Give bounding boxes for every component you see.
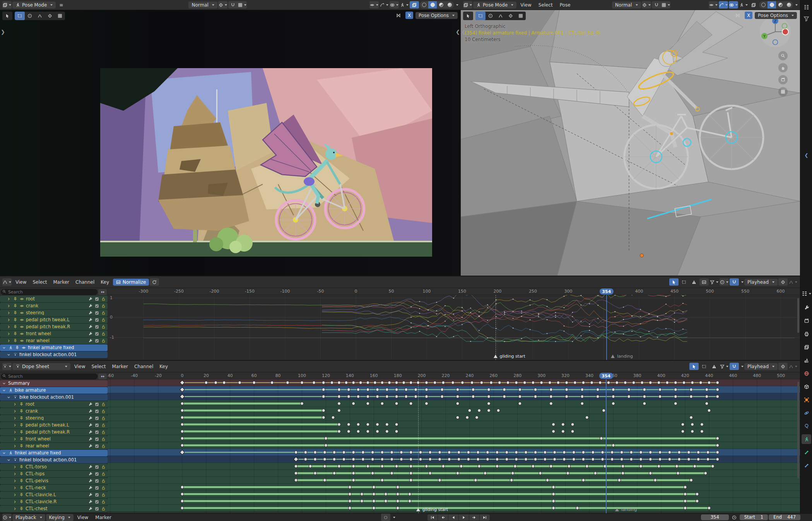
mode-dropdown[interactable]: Pose Mode [473,2,516,9]
toolbar-expand-arrow[interactable]: ❮ [462,29,466,34]
mute-checkbox-icon[interactable] [94,486,99,490]
select-cursor-icon[interactable] [689,363,699,370]
render-preview-toggle-icon[interactable] [749,1,758,9]
box-select-icon[interactable] [699,363,709,370]
tweak-tool-icon[interactable] [463,12,473,20]
marker-landing[interactable]: landing [615,507,637,512]
pin-icon[interactable] [13,311,18,315]
collapsed-menus-icon[interactable]: ≡ [56,1,66,9]
mute-checkbox-icon[interactable] [94,311,99,315]
graph-channel-list[interactable]: rootcranksteeringpedal pitch tweak.Lpeda… [0,296,108,360]
camera-view-icon[interactable] [778,75,788,84]
measure-tool-icon[interactable] [55,12,65,20]
cursor-tool-icon[interactable] [506,12,516,20]
expand-icon[interactable] [6,395,11,399]
tweak-tool-icon[interactable] [2,12,12,20]
timeline-editor-icon[interactable] [2,514,12,521]
expand-icon[interactable] [12,409,17,413]
channel-row-front-wheel[interactable]: front wheel [0,331,108,337]
graph-ruler[interactable]: -300-250-200-150-100-5005010015020025030… [108,288,800,295]
pin-icon[interactable] [13,339,18,343]
playhead-line[interactable] [606,379,607,513]
lock-icon[interactable] [101,486,106,490]
editor-type-icon[interactable] [2,278,12,286]
overlays-icon[interactable] [729,1,738,9]
eye-icon[interactable] [19,318,24,322]
channel-row-summary[interactable]: Summary [0,380,108,387]
properties-tab-collection-icon[interactable] [802,382,811,391]
mute-checkbox-icon[interactable] [94,304,99,308]
outliner-list-icon[interactable] [802,2,811,12]
dope-sheet[interactable]: Dope Sheet ViewSelectMarkerChannelKey Pl… [0,360,800,513]
marker-gliding-start[interactable]: gliding start [494,354,525,358]
properties-tab-render-icon[interactable] [802,316,811,326]
frame-start-field[interactable]: Start1 [740,514,768,521]
dope-channel-list[interactable]: Summarybike armaturebike blockout action… [0,380,108,513]
previous-keyframe-button[interactable] [438,514,448,521]
channel-row-ctl-neck[interactable]: CTL-neck [0,485,108,491]
playhead-line[interactable] [606,295,607,360]
modifiers-wrench-icon[interactable] [88,402,93,406]
lock-icon[interactable] [101,304,106,308]
graph-vertical-scrollbar[interactable] [797,298,799,333]
modifiers-wrench-icon[interactable] [88,507,93,511]
channel-row-bike-armature[interactable]: bike armature [0,387,108,394]
next-keyframe-button[interactable] [469,514,479,521]
expand-icon[interactable] [6,332,11,336]
snapping-group[interactable] [652,1,670,9]
menu-key[interactable]: Key [97,279,112,286]
only-errors-icon[interactable] [709,363,719,370]
properties-editor-icon[interactable] [802,289,811,298]
viewport-3d-camera[interactable]: Pose Mode ≡ Normal [0,0,461,276]
frame-end-field[interactable]: End447 [769,514,800,521]
lock-icon[interactable] [101,472,106,476]
editor-type-icon[interactable] [463,1,472,9]
zoom-icon[interactable] [778,51,788,60]
graph-search-input[interactable] [1,289,97,295]
expand-icon[interactable] [12,402,17,406]
auto-key-dropdown-caret[interactable] [393,517,395,518]
object-types-visibility-icon[interactable] [369,1,379,9]
modifiers-wrench-icon[interactable] [88,444,93,448]
frame-range-icon[interactable] [699,278,709,286]
expand-icon[interactable] [6,353,11,357]
mute-checkbox-icon[interactable] [94,332,99,336]
pin-icon[interactable] [19,437,24,441]
shading-wireframe-icon[interactable] [759,1,768,9]
pivot-icon[interactable] [778,363,788,370]
select-box-tool-icon[interactable] [475,12,485,20]
lock-icon[interactable] [101,402,106,406]
jump-to-start-button[interactable] [427,514,438,521]
pin-icon[interactable] [19,507,24,511]
menu-marker[interactable]: Marker [92,514,114,521]
navigation-gizmo[interactable]: Z Y [759,15,791,48]
shading-material-icon[interactable] [776,1,785,9]
playback-dropdown[interactable]: Playback [12,514,45,521]
mute-checkbox-icon[interactable] [94,416,99,420]
modifiers-wrench-icon[interactable] [88,493,93,497]
pin-icon[interactable] [19,500,24,504]
properties-tab-constraints-icon[interactable] [802,421,811,431]
channel-row-rear-wheel[interactable]: rear wheel [0,338,108,344]
render-preview-toggle-icon[interactable] [410,1,419,9]
auto-key-record-icon[interactable] [381,514,390,521]
select-cursor-icon[interactable] [669,278,679,286]
menu-select[interactable]: Select [535,2,556,9]
channel-row-front-wheel[interactable]: front wheel [0,436,108,442]
channel-row-crank[interactable]: crank [0,303,108,309]
smoothing-icon[interactable] [788,278,798,286]
channel-row-steering[interactable]: steering [0,310,108,316]
mute-checkbox-icon[interactable] [94,444,99,448]
snapping-group[interactable] [228,1,247,9]
box-select-icon[interactable] [679,278,689,286]
pin-icon[interactable] [19,416,24,420]
toggle-ortho-grid-icon[interactable] [778,87,788,96]
shading-rendered-icon[interactable] [785,1,793,9]
modifiers-wrench-icon[interactable] [88,479,93,483]
mirror-icon[interactable] [733,12,742,19]
transform-orientation-dropdown[interactable]: Normal [188,2,217,9]
select-box-tool-icon[interactable] [15,12,25,20]
lock-icon[interactable] [101,325,106,329]
pin-icon[interactable] [19,430,24,434]
modifiers-wrench-icon[interactable] [88,430,93,434]
